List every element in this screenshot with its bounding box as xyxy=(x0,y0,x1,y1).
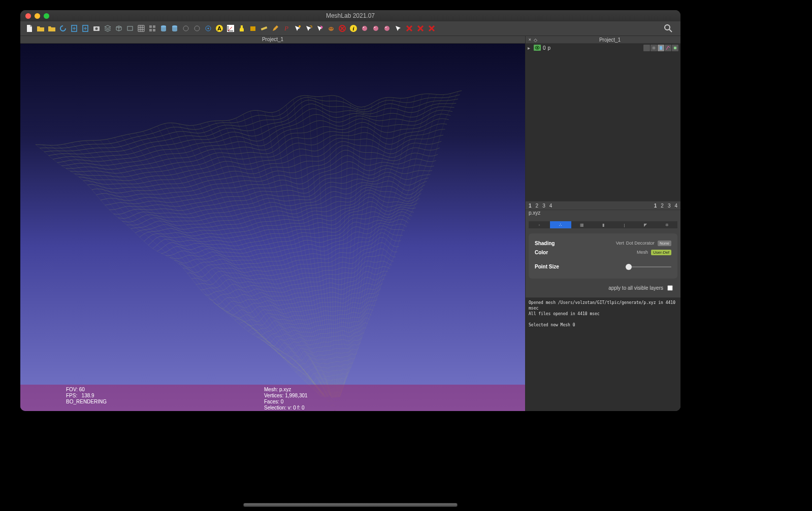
svg-rect-36 xyxy=(660,46,662,50)
letter-a-icon[interactable]: A xyxy=(214,23,224,33)
hud-right: Mesh: p.xyz Vertices: 1,998,301 Faces: 0… xyxy=(264,387,462,411)
window-maximize-button[interactable] xyxy=(44,13,49,19)
hud-render-mode: BO_RENDERING xyxy=(66,399,264,405)
svg-point-19 xyxy=(299,25,301,27)
edge-tab[interactable]: ◤ xyxy=(635,221,656,228)
point-size-slider[interactable] xyxy=(626,266,671,267)
layer-list[interactable]: ▸ 0 p xyxy=(526,44,680,201)
window-minimize-button[interactable] xyxy=(35,13,40,19)
grid-icon[interactable] xyxy=(136,23,146,33)
del-c-icon[interactable] xyxy=(427,23,437,33)
color-value[interactable]: User-Def xyxy=(651,250,671,255)
titlebar: MeshLab 2021.07 xyxy=(20,10,680,21)
normal-tab[interactable]: ✲ xyxy=(656,221,677,228)
hud-verts-label: Vertices: xyxy=(264,393,283,398)
point-size-row: Point Size xyxy=(535,264,671,269)
numbar-right-4[interactable]: 4 xyxy=(674,203,677,209)
hud-left: FOV: 60 FPS: 138.9 BO_RENDERING xyxy=(66,387,264,411)
viewport-3d[interactable]: FOV: 60 FPS: 138.9 BO_RENDERING Mesh: p.… xyxy=(20,44,525,411)
hud-fov-label: FOV: xyxy=(66,387,78,392)
layer-toggle-5[interactable] xyxy=(672,45,678,51)
apply-all-checkbox[interactable] xyxy=(667,285,673,291)
paint-b-icon[interactable] xyxy=(371,23,381,33)
snapshot-icon[interactable] xyxy=(91,23,102,33)
points-tab[interactable]: ∴ xyxy=(550,221,571,228)
shading-decorator-value[interactable]: None xyxy=(658,241,671,246)
point-size-thumb[interactable] xyxy=(626,264,632,270)
panel-close-icon[interactable]: × xyxy=(528,38,532,42)
layer-visibility-icon[interactable] xyxy=(534,45,541,51)
layer-toggle-1[interactable] xyxy=(643,45,650,51)
numbar-right-1[interactable]: 1 xyxy=(654,203,657,209)
hud-fps-label: FPS: xyxy=(66,393,77,398)
squares-icon[interactable] xyxy=(147,23,157,33)
svg-text:P: P xyxy=(284,24,288,32)
log-console[interactable]: Opened mesh /Users/volzotan/GIT/tlpic/ge… xyxy=(526,297,680,411)
flashlight-icon[interactable] xyxy=(237,23,247,33)
info-icon[interactable]: i xyxy=(348,23,359,33)
del-b-icon[interactable] xyxy=(415,23,426,33)
tab-number-bar: 1234 1234 xyxy=(526,201,680,210)
scrollbar-thumb[interactable] xyxy=(243,503,458,507)
numbar-left-2[interactable]: 2 xyxy=(536,203,539,209)
layers-icon[interactable] xyxy=(103,23,113,33)
target-icon[interactable] xyxy=(203,23,213,33)
window-close-button[interactable] xyxy=(25,13,31,19)
select-dog-icon[interactable] xyxy=(326,23,336,33)
layer-toggle-4[interactable] xyxy=(665,45,671,51)
rect-icon[interactable] xyxy=(125,23,135,33)
axes-icon[interactable] xyxy=(225,23,236,33)
wire-tab[interactable]: ▦ xyxy=(571,221,593,228)
select-vert-icon[interactable] xyxy=(293,23,303,33)
box-icon[interactable] xyxy=(248,23,258,33)
open-recent-icon[interactable] xyxy=(47,23,57,33)
hud-faces-value: 0 xyxy=(281,399,284,404)
layer-row[interactable]: ▸ 0 p xyxy=(526,44,680,52)
layer-toggle-2[interactable] xyxy=(651,45,657,51)
hud-overlay: FOV: 60 FPS: 138.9 BO_RENDERING Mesh: p.… xyxy=(20,385,525,411)
paint-a-icon[interactable] xyxy=(360,23,370,33)
open-file-icon[interactable] xyxy=(36,23,46,33)
cube-icon[interactable] xyxy=(114,23,124,33)
numbar-left-3[interactable]: 3 xyxy=(542,203,545,209)
move-icon[interactable] xyxy=(192,23,202,33)
layer-toggle-3[interactable] xyxy=(658,45,664,51)
bottom-scrollbar[interactable] xyxy=(20,503,680,508)
select-face-icon[interactable] xyxy=(315,23,325,33)
sel-tab[interactable]: | xyxy=(613,221,635,228)
export-mesh-icon[interactable] xyxy=(80,23,90,33)
numbar-left-1[interactable]: 1 xyxy=(529,203,532,209)
side-panel: × ◇ Project_1 ▸ 0 p xyxy=(525,36,680,411)
new-file-icon[interactable] xyxy=(24,23,35,33)
select-conn-icon[interactable] xyxy=(304,23,314,33)
import-mesh-icon[interactable] xyxy=(69,23,79,33)
numbar-right-3[interactable]: 3 xyxy=(668,203,671,209)
numbar-right-2[interactable]: 2 xyxy=(661,203,664,209)
search-icon[interactable] xyxy=(663,23,673,33)
del-a-icon[interactable] xyxy=(404,23,414,33)
cylinder-shade-icon[interactable] xyxy=(170,23,180,33)
side-panel-title: Project_1 xyxy=(541,37,678,43)
select-x-icon[interactable] xyxy=(337,23,347,33)
paint-c-icon[interactable] xyxy=(382,23,392,33)
reload-icon[interactable] xyxy=(58,23,68,33)
svg-rect-5 xyxy=(149,29,152,31)
viewport-tab[interactable]: Project_1 xyxy=(20,36,525,44)
cylinder-solid-icon[interactable] xyxy=(158,23,169,33)
box-tab[interactable]: ▫ xyxy=(529,221,550,228)
numbar-left-4[interactable]: 4 xyxy=(549,203,553,209)
app-body: Project_1 FOV: 60 FPS: 138.9 BO_RENDERIN… xyxy=(20,36,680,411)
pick-icon[interactable] xyxy=(181,23,191,33)
svg-point-1 xyxy=(95,27,98,30)
pencil-icon[interactable] xyxy=(270,23,280,33)
apply-all-row: apply to all visible layers xyxy=(529,282,677,294)
panel-pin-icon[interactable]: ◇ xyxy=(534,38,538,42)
color-label: Color xyxy=(535,250,637,255)
ruler-icon[interactable] xyxy=(259,23,269,33)
paint-cursor-icon[interactable] xyxy=(393,23,403,33)
hud-mesh-label: Mesh: xyxy=(264,387,278,392)
permanent-icon[interactable]: P xyxy=(281,23,291,33)
fill-tab[interactable]: ▮ xyxy=(593,221,614,228)
layer-expand-icon[interactable]: ▸ xyxy=(528,45,532,51)
side-panel-header: × ◇ Project_1 xyxy=(526,36,680,44)
